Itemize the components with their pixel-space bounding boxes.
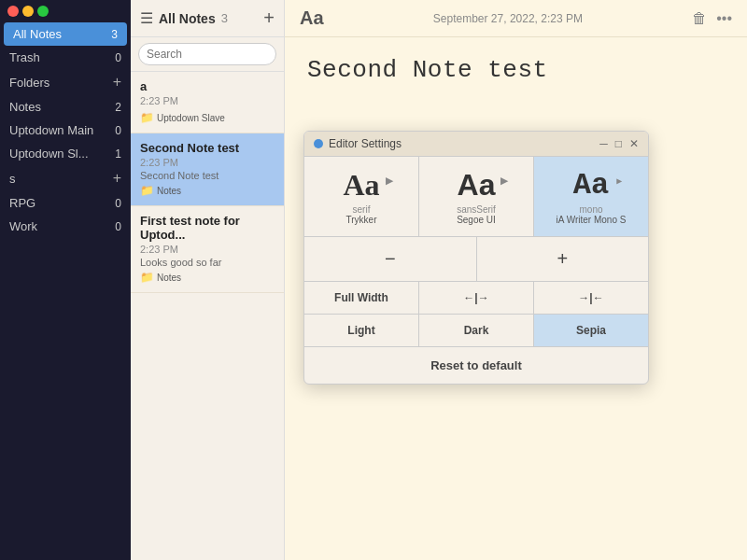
theme-light-button[interactable]: Light (304, 315, 419, 346)
font-option-sansserif[interactable]: Aa▶ sansSerif Segoe UI (419, 157, 534, 236)
reset-to-default-button[interactable]: Reset to default (430, 358, 522, 372)
note-tag-label: Notes (157, 186, 181, 196)
notes-header: ☰ All Notes 3 + (131, 0, 284, 37)
sidebar-item-all-notes[interactable]: All Notes 3 (4, 22, 127, 46)
window-close-btn[interactable] (7, 6, 19, 17)
reset-section: Reset to default (304, 347, 648, 384)
font-option-mono[interactable]: Aa▶ mono iA Writer Mono S (534, 157, 648, 236)
note-item[interactable]: a 2:23 PM 📁 Uptodown Slave (131, 72, 284, 133)
modal-maximize-icon[interactable]: □ (615, 137, 622, 150)
sidebar-item-s[interactable]: s + (0, 165, 131, 191)
modal-titlebar-icons: ─ □ ✕ (599, 137, 639, 150)
modal-titlebar: Editor Settings ─ □ ✕ (304, 132, 648, 157)
modal-titlebar-left: Editor Settings (314, 137, 402, 150)
list-icon: ☰ (140, 9, 153, 27)
width-controls-section: Full Width ←|→ →|← (304, 282, 648, 315)
folder-icon: 📁 (140, 111, 154, 124)
theme-light-label: Light (347, 324, 374, 337)
mono-preview: Aa▶ (573, 168, 609, 203)
modal-close-icon[interactable]: ✕ (629, 137, 639, 150)
full-width-label: Full Width (334, 291, 388, 304)
sansserif-type-label: sansSerif (457, 204, 496, 215)
decrease-size-button[interactable]: − (304, 237, 477, 281)
mono-name-label: iA Writer Mono S (557, 215, 627, 225)
serif-type-label: serif (353, 204, 371, 215)
sidebar-header (0, 0, 131, 22)
sidebar-item-uptodown-sl[interactable]: Uptodown Sl... 1 (0, 142, 131, 165)
size-controls-section: − + (304, 237, 648, 282)
modal-dot-icon (314, 139, 323, 148)
folder-icon: 📁 (140, 271, 154, 284)
theme-sepia-button[interactable]: Sepia (534, 315, 648, 346)
note-tag-label: Notes (157, 273, 181, 283)
sansserif-name-label: Segoe UI (457, 215, 496, 225)
search-input[interactable] (138, 43, 276, 65)
modal-minimize-icon[interactable]: ─ (599, 137, 608, 150)
sidebar: All Notes 3 Trash 0 Folders + Notes 2 Up… (0, 0, 131, 560)
expand-width-button[interactable]: ←|→ (419, 282, 534, 314)
collapse-width-button[interactable]: →|← (534, 282, 648, 314)
notes-panel-title: All Notes (159, 11, 216, 26)
sidebar-item-uptodown-main[interactable]: Uptodown Main 0 (0, 119, 131, 142)
search-bar (131, 37, 284, 72)
theme-dark-button[interactable]: Dark (419, 315, 534, 346)
full-width-button[interactable]: Full Width (304, 282, 419, 314)
modal-title: Editor Settings (329, 137, 402, 150)
add-note-button[interactable]: + (263, 7, 275, 29)
modal-overlay: Editor Settings ─ □ ✕ Aa▶ serif Trykker … (285, 0, 747, 560)
main-content: Aa September 27, 2022, 2:23 PM 🗑 ••• Sec… (285, 0, 747, 560)
font-option-serif[interactable]: Aa▶ serif Trykker (304, 157, 419, 236)
sidebar-item-work[interactable]: Work 0 (0, 215, 131, 238)
theme-options-section: Light Dark Sepia (304, 315, 648, 347)
notes-header-left: ☰ All Notes 3 (140, 9, 228, 27)
theme-sepia-label: Sepia (576, 324, 606, 337)
add-folder-btn[interactable]: + (113, 74, 121, 91)
notes-panel: ☰ All Notes 3 + a 2:23 PM 📁 Uptodown Sla… (131, 0, 285, 560)
editor-settings-modal: Editor Settings ─ □ ✕ Aa▶ serif Trykker … (303, 131, 649, 385)
folder-icon: 📁 (140, 184, 154, 197)
sidebar-item-rpg[interactable]: RPG 0 (0, 191, 131, 215)
sidebar-item-notes[interactable]: Notes 2 (0, 95, 131, 119)
serif-name-label: Trykker (346, 215, 377, 225)
sidebar-item-trash[interactable]: Trash 0 (0, 46, 131, 69)
mono-type-label: mono (579, 204, 602, 215)
note-item[interactable]: First test note for Uptod... 2:23 PM Loo… (131, 206, 284, 293)
notes-panel-count: 3 (221, 11, 228, 25)
sansserif-preview: Aa▶ (458, 168, 496, 203)
note-tag-label: Uptodown Slave (157, 113, 225, 123)
expand-width-icon: ←|→ (463, 291, 488, 304)
window-minimize-btn[interactable] (22, 6, 34, 17)
increase-size-button[interactable]: + (477, 237, 649, 281)
serif-preview: Aa▶ (343, 168, 379, 203)
add-s-btn[interactable]: + (113, 170, 121, 187)
sidebar-item-folders[interactable]: Folders + (0, 69, 131, 95)
font-options-section: Aa▶ serif Trykker Aa▶ sansSerif Segoe UI… (304, 157, 648, 237)
collapse-width-icon: →|← (578, 291, 603, 304)
theme-dark-label: Dark (464, 324, 489, 337)
note-item[interactable]: Second Note test 2:23 PM Second Note tes… (131, 133, 284, 206)
window-maximize-btn[interactable] (37, 6, 49, 17)
